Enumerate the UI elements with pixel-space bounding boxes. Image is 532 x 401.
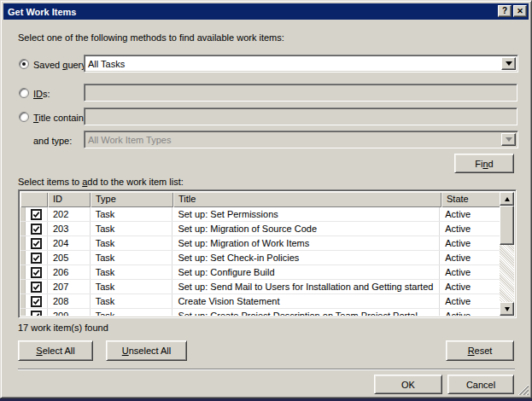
table-row[interactable]: 206TaskSet up: Configure BuildActive	[20, 265, 500, 280]
header-id-column[interactable]: ID	[48, 192, 91, 207]
checkbox-checked-icon[interactable]	[31, 224, 42, 235]
row-state-cell[interactable]: Active	[440, 294, 500, 308]
scrollbar-thumb[interactable]	[500, 206, 514, 245]
close-button[interactable]: ✕	[513, 5, 527, 17]
row-checkbox-cell[interactable]	[26, 222, 48, 235]
ids-input[interactable]	[84, 84, 517, 102]
row-type-cell[interactable]: Task	[91, 207, 173, 221]
row-state-cell[interactable]: Active	[440, 280, 500, 293]
help-button[interactable]: ?	[498, 5, 512, 17]
row-state-cell[interactable]: Active	[440, 309, 500, 316]
reset-label: Reset	[468, 346, 493, 356]
status-text: 17 work item(s) found	[18, 323, 108, 333]
row-checkbox-cell[interactable]	[26, 294, 48, 308]
close-icon: ✕	[517, 7, 523, 15]
row-id-cell[interactable]: 206	[48, 265, 91, 279]
ids-label: IDs:	[33, 89, 50, 99]
row-checkbox-cell[interactable]	[26, 207, 48, 221]
row-state-cell[interactable]: Active	[440, 236, 500, 250]
get-work-items-dialog: Get Work Items ? ✕ Select one of the fol…	[0, 0, 532, 398]
find-button-label: Find	[475, 159, 493, 169]
header-title-column[interactable]: Title	[173, 192, 441, 207]
header-type-column[interactable]: Type	[91, 192, 173, 207]
row-type-cell[interactable]: Task	[91, 309, 173, 316]
checkbox-checked-icon[interactable]	[31, 238, 42, 249]
select-all-button[interactable]: Select All	[18, 340, 93, 361]
saved-query-radio[interactable]	[19, 59, 29, 69]
row-checkbox-cell[interactable]	[26, 251, 48, 264]
title-contains-radio[interactable]	[19, 112, 29, 122]
checkbox-checked-icon[interactable]	[31, 311, 42, 317]
row-type-cell[interactable]: Task	[91, 251, 173, 264]
table-row[interactable]: 205TaskSet up: Set Check-in PoliciesActi…	[20, 251, 500, 265]
grid-header: ID Type Title State	[20, 192, 514, 207]
title-contains-input[interactable]	[84, 108, 517, 125]
saved-query-combobox[interactable]: All Tasks	[84, 55, 518, 73]
checkbox-checked-icon[interactable]	[31, 209, 42, 220]
row-title-cell[interactable]: Set up: Create Project Description on Te…	[172, 309, 440, 316]
table-row[interactable]: 203TaskSet up: Migration of Source CodeA…	[20, 222, 500, 236]
row-id-cell[interactable]: 208	[48, 294, 91, 308]
row-id-cell[interactable]: 209	[48, 309, 91, 316]
chevron-down-icon	[506, 137, 512, 142]
row-title-cell[interactable]: Set up: Set Check-in Policies	[172, 251, 440, 264]
cancel-label: Cancel	[466, 380, 495, 390]
reset-button[interactable]: Reset	[446, 340, 514, 361]
arrow-down-icon	[505, 307, 510, 311]
row-id-cell[interactable]: 204	[48, 236, 91, 250]
row-checkbox-cell[interactable]	[26, 236, 48, 250]
row-checkbox-cell[interactable]	[26, 280, 48, 293]
table-row[interactable]: 204TaskSet up: Migration of Work ItemsAc…	[20, 236, 500, 251]
row-id-cell[interactable]: 203	[48, 222, 91, 235]
row-checkbox-cell[interactable]	[26, 309, 48, 316]
row-state-cell[interactable]: Active	[440, 265, 500, 279]
row-title-cell[interactable]: Set up: Migration of Source Code	[172, 222, 440, 235]
row-id-cell[interactable]: 205	[48, 251, 91, 264]
table-row[interactable]: 207TaskSet up: Send Mail to Users for In…	[20, 280, 500, 294]
intro-label: Select one of the following methods to f…	[18, 32, 284, 43]
saved-query-value: All Tasks	[88, 59, 125, 69]
unselect-all-button[interactable]: Unselect All	[106, 340, 187, 361]
table-row[interactable]: 202TaskSet up: Set PermissionsActive	[20, 207, 500, 222]
checkbox-checked-icon[interactable]	[31, 253, 42, 264]
row-id-cell[interactable]: 207	[48, 280, 91, 293]
row-title-cell[interactable]: Set up: Set Permissions	[172, 207, 440, 221]
row-title-cell[interactable]: Set up: Migration of Work Items	[172, 236, 440, 250]
vertical-scrollbar[interactable]	[500, 192, 514, 316]
window-title: Get Work Items	[8, 7, 77, 17]
ids-radio[interactable]	[19, 88, 29, 98]
checkbox-checked-icon[interactable]	[31, 282, 42, 293]
row-title-cell[interactable]: Set up: Send Mail to Users for Installat…	[172, 280, 440, 293]
saved-query-label: Saved query:	[33, 60, 89, 70]
and-type-label: and type:	[33, 136, 72, 146]
saved-query-dropdown-button[interactable]	[501, 57, 516, 70]
and-type-combobox: All Work Item Types	[84, 131, 518, 148]
row-title-cell[interactable]: Set up: Configure Build	[172, 265, 440, 279]
row-id-cell[interactable]: 202	[48, 207, 91, 221]
row-state-cell[interactable]: Active	[440, 251, 500, 264]
table-row[interactable]: 208TaskCreate Vision StatementActive	[20, 294, 500, 309]
header-state-column[interactable]: State	[441, 192, 501, 207]
row-checkbox-cell[interactable]	[26, 265, 48, 279]
table-row[interactable]: 209TaskSet up: Create Project Descriptio…	[20, 309, 500, 316]
checkbox-checked-icon[interactable]	[31, 267, 42, 278]
row-title-cell[interactable]: Create Vision Statement	[172, 294, 440, 308]
checkbox-checked-icon[interactable]	[31, 296, 42, 307]
row-type-cell[interactable]: Task	[91, 236, 173, 250]
row-state-cell[interactable]: Active	[440, 207, 500, 221]
grid-rows: 202TaskSet up: Set PermissionsActive203T…	[20, 207, 500, 316]
row-type-cell[interactable]: Task	[91, 294, 173, 308]
resize-grip[interactable]	[517, 384, 529, 395]
find-button[interactable]: Find	[454, 154, 514, 173]
scroll-down-button[interactable]	[500, 302, 514, 316]
title-bar[interactable]: Get Work Items ? ✕	[3, 3, 529, 20]
row-type-cell[interactable]: Task	[91, 222, 173, 235]
cancel-button[interactable]: Cancel	[447, 375, 514, 394]
scroll-up-button[interactable]	[500, 192, 514, 206]
row-type-cell[interactable]: Task	[91, 280, 173, 293]
row-type-cell[interactable]: Task	[91, 265, 173, 279]
and-type-value: All Work Item Types	[88, 135, 171, 145]
ok-button[interactable]: OK	[374, 375, 442, 394]
row-state-cell[interactable]: Active	[440, 222, 500, 235]
header-checkbox-column[interactable]	[20, 192, 48, 207]
